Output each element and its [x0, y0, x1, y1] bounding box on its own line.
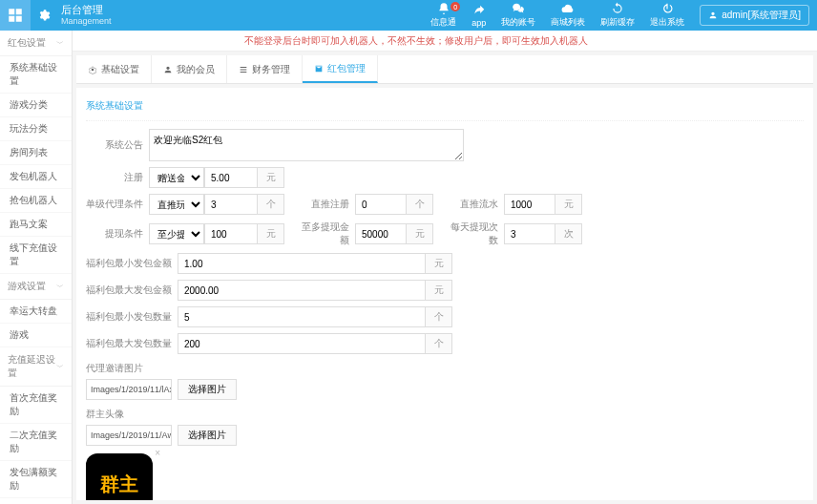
settings-icon: [31, 0, 57, 31]
bell-icon: [437, 2, 450, 15]
notice-label: 系统公告: [86, 138, 143, 152]
welfare-max-amt-input[interactable]: [178, 280, 426, 301]
nav-mall[interactable]: 商城列表: [543, 2, 593, 29]
withdraw-max-label: 至多提现金额: [294, 220, 349, 247]
tab-finance[interactable]: 财务管理: [227, 55, 303, 83]
user-box[interactable]: admin[系统管理员]: [700, 5, 809, 26]
welfare-min-amt-input[interactable]: [178, 253, 426, 274]
chevron-down-icon: ﹀: [56, 38, 64, 49]
nav-refresh[interactable]: 刷新缓存: [593, 2, 642, 29]
share-icon: [472, 4, 486, 17]
withdraw-cond-label: 提现条件: [86, 227, 143, 241]
unit-ge: 个: [407, 194, 433, 215]
referral-cond-label: 单级代理条件: [86, 198, 143, 211]
owner-avatar-title: 群主头像: [86, 408, 804, 421]
tabs: 基础设置 我的会员 财务管理 红包管理: [76, 55, 813, 84]
wechat-icon: [512, 2, 525, 15]
chevron-down-icon: ﹀: [56, 362, 64, 372]
nav-account[interactable]: 我的账号: [493, 2, 543, 29]
unit-yuan: 元: [258, 223, 284, 244]
notice-textarea[interactable]: 欢迎光临S2红包: [149, 129, 464, 161]
tab-member[interactable]: 我的会员: [152, 55, 227, 83]
withdraw-min-select[interactable]: 至少提现金额: [149, 223, 204, 244]
unit-yuan: 元: [407, 223, 433, 244]
owner-avatar-thumb: 群主: [86, 453, 153, 500]
sidebar-item[interactable]: 系统基础设置: [0, 56, 72, 94]
tab-base[interactable]: 基础设置: [76, 55, 152, 83]
sidebar: 红包设置﹀ 系统基础设置 游戏分类 玩法分类 房间列表 发包机器人 抢包机器人 …: [0, 31, 73, 504]
main: 不能登录后台时即可加入机器人，不然不生效；修改用户后，即可生效加入机器人 基础设…: [73, 31, 817, 504]
sidebar-item[interactable]: 跑马文案: [0, 213, 72, 237]
tab-hongbao[interactable]: 红包管理: [303, 55, 378, 83]
nav-logout[interactable]: 退出系统: [642, 2, 692, 29]
sidebar-item[interactable]: 房间列表: [0, 141, 72, 165]
referral-type-select[interactable]: 直推玩家: [149, 194, 204, 215]
unit-yuan: 元: [426, 253, 452, 274]
choose-image-button[interactable]: 选择图片: [178, 379, 237, 400]
register-type-select[interactable]: 赠送金额: [149, 167, 204, 188]
user-icon: [708, 10, 718, 20]
unit-yuan: 元: [258, 167, 284, 188]
remove-image-icon[interactable]: ×: [155, 448, 160, 458]
welfare-max-cnt-label: 福利包最大发包数量: [86, 337, 172, 350]
welfare-min-cnt-input[interactable]: [178, 306, 426, 327]
panel: 系统基础设置 系统公告 欢迎光临S2红包 注册 赠送金额 元 单级代理条件 直推…: [76, 88, 813, 500]
sidebar-item[interactable]: 首次充值奖励: [0, 387, 72, 424]
brand-title-cn: 后台管理: [61, 4, 112, 15]
direct-bet-input[interactable]: [355, 194, 407, 215]
sidebar-group-game[interactable]: 游戏设置﹀: [0, 274, 72, 300]
direct-flow-label: 直推流水: [443, 198, 498, 211]
referral-count-input[interactable]: [204, 194, 258, 215]
sidebar-item[interactable]: 发包机器人: [0, 165, 72, 189]
svg-point-0: [92, 68, 94, 71]
sidebar-item[interactable]: 二次充值奖励: [0, 424, 72, 461]
topnav: 0 信息通 app 我的账号 商城列表 刷新缓存 退出系统 admin[系统管理…: [423, 2, 817, 29]
register-amount-input[interactable]: [204, 167, 258, 188]
register-label: 注册: [86, 171, 143, 184]
notice-bar: 不能登录后台时即可加入机器人，不然不生效；修改用户后，即可生效加入机器人: [73, 31, 817, 52]
refresh-icon: [611, 2, 624, 15]
sidebar-item[interactable]: 游戏分类: [0, 94, 72, 117]
sidebar-item[interactable]: 线下充值设置: [0, 237, 72, 274]
gear-icon: [88, 65, 97, 74]
sidebar-item[interactable]: 发包满额奖励: [0, 461, 72, 498]
panel-title: 系统基础设置: [86, 95, 804, 121]
proxy-img-path: Images/1/2019/11/lAxc: [86, 379, 172, 400]
list-icon: [239, 65, 248, 74]
welfare-max-cnt-input[interactable]: [178, 333, 426, 354]
unit-ge: 个: [426, 306, 452, 327]
withdraw-min-input[interactable]: [204, 223, 258, 244]
sidebar-item[interactable]: 玩法分类: [0, 117, 72, 141]
withdraw-max-input[interactable]: [355, 223, 407, 244]
withdraw-times-label: 每天提现次数: [443, 220, 498, 247]
sidebar-group-recharge[interactable]: 充值延迟设置﹀: [0, 347, 72, 387]
brand: 后台管理 Management: [61, 4, 112, 27]
welfare-min-cnt-label: 福利包最小发包数量: [86, 310, 172, 324]
user-icon: [163, 65, 173, 74]
sidebar-item[interactable]: 抢包满额奖励: [0, 498, 72, 504]
welfare-max-amt-label: 福利包最大发包金额: [86, 284, 172, 297]
direct-flow-input[interactable]: [504, 194, 555, 215]
nav-app[interactable]: app: [464, 4, 493, 28]
chevron-down-icon: ﹀: [56, 282, 64, 292]
sidebar-item[interactable]: 幸运大转盘: [0, 300, 72, 324]
logo-icon: [0, 0, 31, 31]
sidebar-item[interactable]: 抢包机器人: [0, 189, 72, 213]
topbar: 后台管理 Management 0 信息通 app 我的账号 商城列表 刷新缓存…: [0, 0, 817, 31]
proxy-img-title: 代理邀请图片: [86, 362, 804, 375]
withdraw-times-input[interactable]: [504, 223, 555, 244]
direct-bet-label: 直推注册: [294, 198, 349, 211]
badge: 0: [450, 2, 460, 11]
envelope-icon: [314, 64, 324, 74]
unit-ge: 个: [426, 333, 452, 354]
nav-messages[interactable]: 0 信息通: [423, 2, 464, 29]
welfare-min-amt-label: 福利包最小发包金额: [86, 257, 172, 270]
brand-title-en: Management: [61, 15, 112, 27]
sidebar-item[interactable]: 游戏: [0, 324, 72, 347]
choose-image-button[interactable]: 选择图片: [178, 425, 237, 446]
unit-ci: 次: [555, 223, 582, 244]
sidebar-group-hongbao[interactable]: 红包设置﹀: [0, 31, 72, 56]
unit-yuan: 元: [555, 194, 582, 215]
owner-avatar-path: Images/1/2019/11/Awl: [86, 425, 172, 446]
unit-ge: 个: [258, 194, 284, 215]
